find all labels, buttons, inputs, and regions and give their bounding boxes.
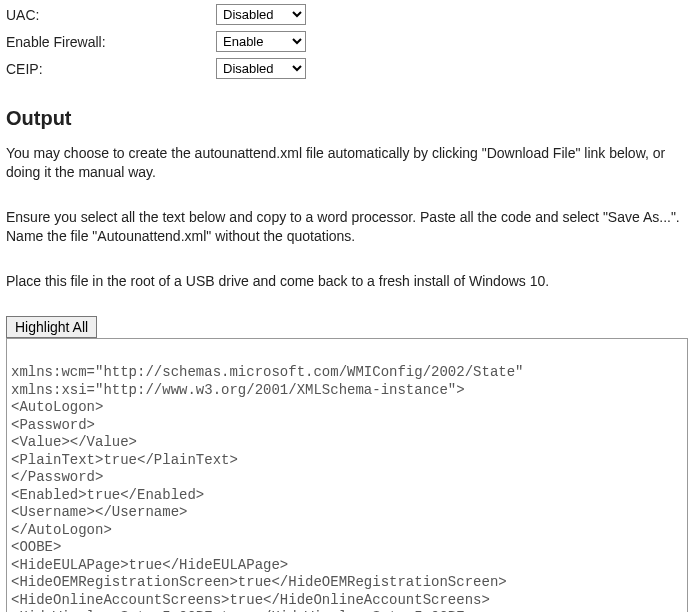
ceip-label: CEIP: <box>6 61 216 77</box>
xml-output-box[interactable]: xmlns:wcm="http://schemas.microsoft.com/… <box>6 338 688 612</box>
xml-output-text[interactable]: xmlns:wcm="http://schemas.microsoft.com/… <box>11 338 683 612</box>
uac-label: UAC: <box>6 7 216 23</box>
output-para-3: Place this file in the root of a USB dri… <box>6 272 694 291</box>
output-heading: Output <box>6 107 694 130</box>
firewall-label: Enable Firewall: <box>6 34 216 50</box>
form-row-ceip: CEIP: DisabledEnable <box>6 58 694 79</box>
output-para-1: You may choose to create the autounatten… <box>6 144 694 182</box>
form-row-firewall: Enable Firewall: EnableDisabled <box>6 31 694 52</box>
ceip-select[interactable]: DisabledEnable <box>216 58 306 79</box>
output-para-2: Ensure you select all the text below and… <box>6 208 694 246</box>
firewall-select[interactable]: EnableDisabled <box>216 31 306 52</box>
form-row-uac: UAC: DisabledEnable <box>6 4 694 25</box>
highlight-all-button[interactable]: Highlight All <box>6 316 97 338</box>
uac-select[interactable]: DisabledEnable <box>216 4 306 25</box>
